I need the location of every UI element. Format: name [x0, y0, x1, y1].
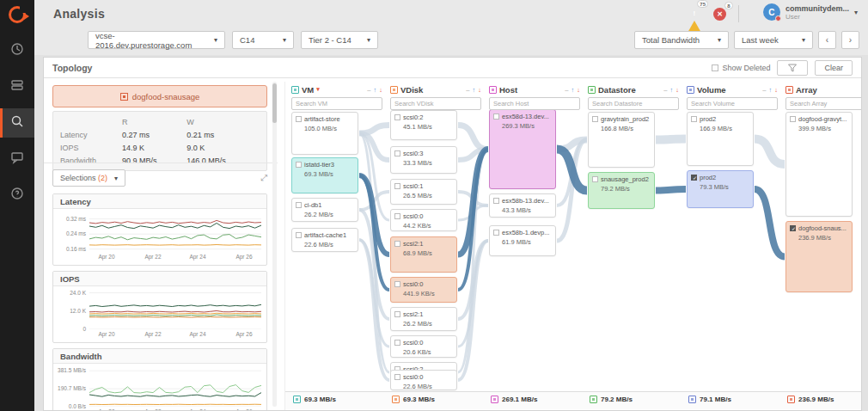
array-node[interactable]: dogfood-snaus...236.9 MB/s [785, 221, 853, 292]
vdisk-node[interactable]: scsi2:168.9 MB/s [390, 236, 457, 273]
vdisk-node[interactable]: scsi2:126.2 MB/s [390, 307, 457, 331]
column-header-vdisk[interactable]: VDisk–↑↓ [390, 83, 481, 95]
time-range-select[interactable]: Last week▾ [734, 31, 813, 49]
node-checkbox[interactable] [592, 176, 598, 182]
sort-asc-icon[interactable]: ↑ [769, 86, 773, 94]
warning-alerts-button[interactable]: ! 75 [688, 6, 701, 21]
tier-select[interactable]: Tier 2 - C14▾ [301, 31, 378, 49]
y-axis-tick: 0.32 ms [66, 216, 86, 222]
vdisk-node[interactable]: scsi0:020.6 KB/s [390, 335, 457, 358]
show-deleted-checkbox[interactable] [712, 64, 718, 71]
search-vm-input[interactable] [291, 97, 382, 110]
search-array-input[interactable] [785, 97, 862, 110]
node-checkbox[interactable] [691, 175, 697, 181]
collapse-column-icon[interactable]: – [367, 86, 370, 94]
column-header-array[interactable]: Array–↑↓ [785, 83, 862, 95]
collapse-column-icon[interactable]: – [861, 86, 862, 94]
node-checkbox[interactable] [394, 281, 400, 287]
metric-select[interactable]: Total Bandwidth▾ [634, 31, 729, 49]
node-checkbox[interactable] [296, 232, 302, 238]
search-vdisk-input[interactable] [390, 97, 481, 110]
vm-node[interactable]: ci-db126.2 MB/s [291, 198, 358, 222]
vdisk-node[interactable]: scsi0:0441.9 KB/s [390, 277, 457, 303]
vm-node[interactable]: istatd-tier369.3 MB/s [291, 157, 358, 193]
vdisk-node[interactable]: scsi0:126.5 MB/s [390, 179, 457, 205]
node-checkbox[interactable] [394, 150, 400, 156]
search-volume-input[interactable] [687, 97, 778, 110]
node-checkbox[interactable] [296, 116, 302, 122]
vdisk-node[interactable]: scsi0:044.2 KB/s [390, 209, 457, 231]
collapse-column-icon[interactable]: – [762, 86, 766, 94]
error-alerts-button[interactable]: ✕ 8 [713, 8, 726, 21]
cluster-select[interactable]: C14▾ [232, 31, 294, 49]
search-datastore-input[interactable] [588, 97, 679, 110]
chevron-down-icon[interactable]: ▾ [316, 86, 320, 93]
column-header-vm[interactable]: VM▾–↑↓ [291, 83, 382, 95]
user-menu[interactable]: C communitydem... User ▾ [763, 3, 858, 21]
sort-asc-icon[interactable]: ↑ [670, 86, 674, 94]
volume-node[interactable]: prod279.3 MB/s [687, 170, 754, 208]
pure-storage-logo[interactable] [0, 0, 34, 29]
series-other-iops [89, 315, 261, 316]
sidebar-item-support[interactable] [0, 181, 34, 210]
node-checkbox[interactable] [790, 225, 796, 231]
collapse-column-icon[interactable]: – [565, 86, 568, 94]
next-period-button[interactable]: › [841, 31, 859, 49]
node-value: 22.6 MB/s [304, 241, 354, 248]
node-checkbox[interactable] [394, 340, 400, 346]
sort-desc-icon[interactable]: ↓ [577, 86, 580, 94]
node-checkbox[interactable] [394, 374, 400, 380]
node-checkbox[interactable] [394, 114, 400, 120]
vm-node[interactable]: artifact-store105.0 MB/s [291, 112, 358, 155]
sidebar-item-messages[interactable] [0, 144, 34, 174]
prev-period-button[interactable]: ‹ [818, 31, 836, 49]
search-host-input[interactable] [489, 97, 580, 110]
sort-desc-icon[interactable]: ↓ [774, 86, 778, 94]
datastore-node[interactable]: gravytrain_prod2166.8 MB/s [588, 112, 655, 168]
filter-button[interactable] [777, 60, 808, 76]
node-checkbox[interactable] [592, 116, 598, 122]
column-header-host[interactable]: Host–↑↓ [489, 83, 580, 95]
sidebar-item-analysis[interactable] [0, 108, 34, 138]
vdisk-node[interactable]: scsi0:022.6 MB/s [390, 370, 457, 390]
collapse-column-icon[interactable]: – [466, 86, 469, 94]
node-checkbox[interactable] [394, 241, 400, 247]
host-node[interactable]: esx58d-13.dev...269.3 MB/s [489, 109, 556, 189]
node-checkbox[interactable] [493, 198, 499, 204]
vcenter-select[interactable]: vcse-2016.dev.purestorage.com▾ [88, 31, 225, 49]
node-checkbox[interactable] [394, 213, 400, 219]
array-node[interactable]: dogfood-gravyt...399.9 MB/s [785, 112, 853, 217]
scrollbar[interactable] [272, 82, 277, 407]
vdisk-node[interactable]: scsi0:333.3 MB/s [390, 146, 457, 174]
host-node[interactable]: esx58b-1.devp...61.9 MB/s [489, 225, 556, 256]
clear-button[interactable]: Clear [815, 60, 853, 76]
node-checkbox[interactable] [394, 183, 400, 189]
vdisk-node[interactable]: scsi0:245.1 MB/s [390, 110, 457, 140]
node-checkbox[interactable] [493, 230, 499, 236]
sidebar-item-dashboard[interactable] [0, 36, 34, 65]
vm-node[interactable]: artifact-cache122.6 MB/s [291, 228, 358, 252]
sort-desc-icon[interactable]: ↓ [478, 86, 481, 94]
sort-desc-icon[interactable]: ↓ [675, 86, 679, 94]
node-checkbox[interactable] [493, 113, 499, 120]
node-checkbox[interactable] [691, 116, 697, 122]
node-checkbox[interactable] [296, 162, 302, 168]
node-checkbox[interactable] [790, 116, 796, 122]
selections-dropdown[interactable]: Selections (2) ▾ [52, 169, 125, 187]
expand-icon[interactable]: ⤢ [260, 173, 267, 183]
node-checkbox[interactable] [296, 202, 302, 208]
sort-asc-icon[interactable]: ↑ [473, 86, 476, 94]
sort-asc-icon[interactable]: ↑ [374, 86, 377, 94]
sort-desc-icon[interactable]: ↓ [379, 86, 382, 94]
selected-array-card[interactable]: dogfood-snausage [52, 85, 267, 107]
show-deleted-toggle[interactable]: Show Deleted [712, 64, 770, 72]
sort-asc-icon[interactable]: ↑ [572, 86, 575, 94]
node-checkbox[interactable] [394, 311, 400, 317]
column-header-volume[interactable]: Volume–↑↓ [687, 83, 778, 95]
column-header-datastore[interactable]: Datastore–↑↓ [588, 83, 679, 95]
host-node[interactable]: esx58b-13.dev...43.3 MB/s [489, 193, 556, 218]
volume-node[interactable]: prod2166.9 MB/s [687, 112, 754, 166]
datastore-node[interactable]: snausage_prod279.2 MB/s [588, 172, 655, 209]
sidebar-item-appliances[interactable] [0, 72, 34, 101]
collapse-column-icon[interactable]: – [663, 86, 667, 94]
